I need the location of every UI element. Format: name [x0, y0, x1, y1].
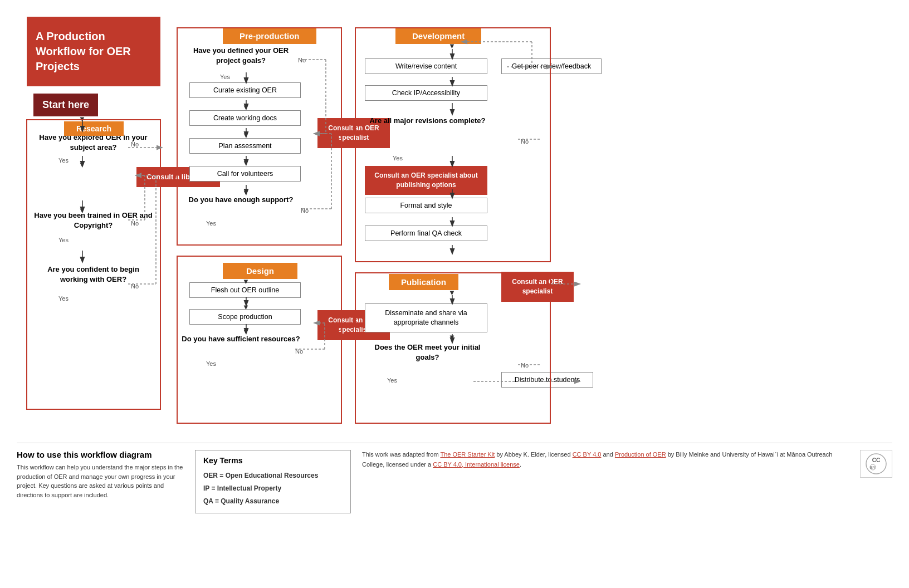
- research-q3: Are you confident to begin working with …: [33, 264, 153, 284]
- publication-q1-yes: Yes: [387, 377, 397, 384]
- arrow-design-step2: ▼: [242, 303, 250, 311]
- arrow-dev-step1: ▼: [448, 42, 456, 50]
- arrow-pub-q1: ▼: [448, 333, 456, 341]
- publication-step1: Disseminate and share via appropriate ch…: [365, 303, 487, 332]
- how-to-use-title: How to use this workflow diagram: [17, 450, 184, 459]
- cc-by-40-link[interactable]: CC BY 4.0: [573, 451, 602, 458]
- development-step5: Perform final QA check: [365, 226, 487, 241]
- development-step2: Get peer review/feedback: [501, 58, 602, 74]
- preproduction-step3: Plan assessment: [189, 138, 301, 154]
- development-q1-yes: Yes: [393, 155, 403, 161]
- research-header: Research: [64, 121, 124, 136]
- arrow-dev-format: ▼: [448, 190, 456, 199]
- diagram-wrapper: A Production Workflow for OER Projects S…: [17, 11, 892, 434]
- arrow-preproduction-step4: ▼: [242, 159, 250, 167]
- title-box: A Production Workflow for OER Projects: [27, 17, 160, 86]
- production-oer-link[interactable]: Production of OER: [615, 451, 666, 458]
- research-q2-yes: Yes: [58, 237, 69, 243]
- design-step2: Scope production: [189, 309, 301, 325]
- arrow-design-step1: ▼: [242, 277, 250, 286]
- publication-q1-no: No: [521, 362, 529, 369]
- key-term-2: IP = Intellectual Property: [203, 484, 281, 492]
- publication-header: Publication: [389, 274, 458, 290]
- cc-by-intl-link[interactable]: CC BY 4.0, International license: [433, 461, 520, 468]
- cc-icon-svg: CC BY: [865, 453, 887, 475]
- key-terms-title: Key Terms: [203, 456, 343, 465]
- key-terms-section: Key Terms OER = Open Educational Resourc…: [195, 450, 351, 513]
- arrow-design-q1: ▼: [242, 327, 250, 336]
- preproduction-q1: Have you defined your OER project goals?: [181, 46, 301, 65]
- start-here-box: Start here: [33, 94, 98, 116]
- development-header: Development: [395, 28, 481, 44]
- preproduction-step2: Create working docs: [189, 110, 301, 126]
- development-consult-publish: Consult an OER specialist about publishi…: [365, 166, 487, 195]
- preproduction-q1-no: No: [298, 57, 306, 63]
- design-q1-yes: Yes: [206, 360, 216, 367]
- research-q3-yes: Yes: [58, 295, 69, 302]
- development-q1: Are all major revisions complete?: [365, 116, 490, 126]
- research-q1-no: No: [131, 141, 139, 148]
- publication-q1: Does the OER meet your initial goals?: [365, 342, 490, 362]
- arrow-dev-qa: ▼: [448, 218, 456, 227]
- attribution-text: This work was adapted from The OER Start…: [362, 450, 854, 469]
- bottom-section: How to use this workflow diagram This wo…: [17, 443, 892, 513]
- development-q1-no: No: [521, 138, 529, 145]
- design-q1: Do you have sufficient resources?: [181, 334, 301, 344]
- preproduction-step4: Call for volunteers: [189, 166, 301, 182]
- design-q1-no: No: [295, 348, 303, 355]
- key-term-3: QA = Quality Assurance: [203, 497, 279, 505]
- preproduction-q1-yes: Yes: [220, 74, 230, 80]
- preproduction-step1: Curate existing OER: [189, 82, 301, 98]
- development-step3: Check IP/Accessibility: [365, 85, 487, 101]
- development-step4: Format and style: [365, 198, 487, 213]
- how-to-use-section: How to use this workflow diagram This wo…: [17, 450, 195, 513]
- key-term-1: OER = Open Educational Resources: [203, 472, 318, 479]
- oer-starter-kit-link[interactable]: The OER Starter Kit: [440, 451, 495, 458]
- development-step1: Write/revise content: [365, 58, 487, 74]
- arrow-dev-step3: ▼: [448, 78, 456, 86]
- svg-text:BY: BY: [870, 465, 876, 469]
- main-container: A Production Workflow for OER Projects S…: [0, 0, 909, 519]
- research-q3-no: No: [131, 283, 139, 290]
- arrow-research-q2: ▼: [79, 160, 86, 169]
- distribute-box: Distribute to students: [501, 372, 593, 388]
- arrow-preproduction-step1: ▼: [242, 76, 250, 84]
- research-q2-no: No: [131, 220, 139, 227]
- arrow-preproduction-step3: ▼: [242, 131, 250, 139]
- design-header: Design: [223, 263, 297, 279]
- arrow-start-research: ▼: [79, 115, 86, 123]
- svg-text:CC: CC: [872, 457, 880, 463]
- arrow-research-q3: ▼: [79, 255, 86, 263]
- preproduction-header: Pre-production: [223, 28, 316, 44]
- preproduction-q2-no: No: [301, 207, 309, 214]
- preproduction-q2-yes: Yes: [206, 220, 216, 227]
- arrow-preproduction-step2: ▼: [242, 103, 250, 111]
- publication-consult-oer: Consult an OER specialist: [501, 272, 574, 302]
- page-title: A Production Workflow for OER Projects: [36, 29, 152, 74]
- attribution-section: This work was adapted from The OER Start…: [362, 450, 892, 513]
- arrow-research-q2b: ▼: [79, 206, 86, 214]
- cc-license-badge: CC BY: [860, 450, 892, 478]
- how-to-use-body: This workflow can help you understand th…: [17, 463, 184, 499]
- arrow-pub-step1: ▼: [448, 288, 456, 297]
- arrow-dev-consult: ▼: [448, 159, 456, 167]
- preproduction-q2: Do you have enough support?: [181, 195, 301, 205]
- start-here-label: Start here: [42, 99, 89, 110]
- research-q1-yes: Yes: [58, 157, 69, 164]
- arrow-preproduction-q2: ▼: [242, 188, 250, 197]
